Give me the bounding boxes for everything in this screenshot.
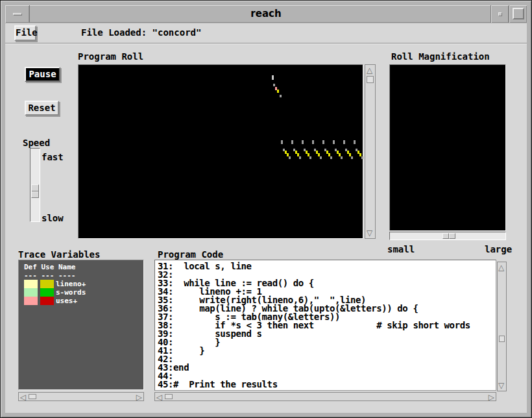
scroll-up-icon[interactable]: △: [367, 66, 372, 74]
scrollbar-thumb[interactable]: [165, 394, 173, 399]
speed-slider-thumb[interactable]: [31, 184, 39, 198]
roll-trace-mark: [273, 84, 275, 86]
minimize-icon: [498, 12, 502, 16]
scroll-left-icon[interactable]: ◁: [20, 393, 26, 401]
roll-trace-mark: [309, 156, 311, 159]
scroll-right-icon[interactable]: ▷: [136, 393, 142, 401]
roll-trace-mark: [341, 156, 343, 159]
magnification-slider[interactable]: [389, 232, 506, 240]
speed-slider[interactable]: [30, 148, 40, 222]
roll-trace-mark: [312, 140, 314, 144]
trace-variable-row[interactable]: s-words: [19, 288, 143, 297]
trace-columns-header: Def Use Name: [24, 263, 75, 271]
roll-trace-mark: [361, 156, 363, 159]
roll-trace-mark: [343, 140, 345, 144]
program-roll-canvas: [78, 64, 363, 239]
use-color-swatch: [40, 288, 54, 297]
roll-trace-mark: [281, 140, 283, 144]
roll-trace-mark: [280, 95, 282, 97]
roll-magnification-title: Roll Magnification: [391, 53, 490, 61]
program-code-area[interactable]: 31: local s, line 32: 33: while line := …: [154, 260, 496, 391]
roll-trace-mark: [320, 156, 322, 159]
reset-button[interactable]: Reset: [25, 101, 59, 116]
code-vertical-scrollbar[interactable]: △ ▽: [497, 262, 507, 391]
scrollbar-thumb[interactable]: [499, 336, 505, 342]
roll-trace-mark: [351, 156, 353, 159]
file-menu-button[interactable]: File: [14, 25, 36, 41]
trace-variable-row[interactable]: lineno+: [19, 280, 143, 288]
magnification-slider-thumb-right[interactable]: [449, 233, 455, 239]
def-color-swatch: [24, 288, 38, 297]
trace-variable-name: lineno+: [56, 280, 86, 288]
roll-trace-mark: [289, 156, 291, 159]
scroll-right-icon[interactable]: ▷: [489, 393, 494, 401]
roll-trace-mark: [354, 140, 356, 144]
program-code-title: Program Code: [158, 251, 223, 259]
trace-variables-panel: Def Use Name --- --- ---- lineno+s-words…: [18, 260, 144, 390]
scroll-down-icon[interactable]: ▽: [498, 382, 504, 389]
trace-variable-name: uses+: [56, 297, 77, 305]
trace-columns-underline: --- --- ----: [24, 271, 75, 280]
trace-variables-title: Trace Variables: [18, 251, 100, 259]
magnification-slider-thumb-left[interactable]: [442, 233, 449, 239]
magnification-large-label: large: [485, 245, 512, 254]
maximize-button[interactable]: [509, 5, 527, 23]
roll-trace-mark: [330, 156, 332, 159]
program-roll-vertical-scrollbar[interactable]: △ ▽: [365, 64, 376, 239]
speed-slow-label: slow: [42, 214, 64, 223]
magnification-small-label: small: [387, 245, 415, 254]
program-roll-title: Program Roll: [78, 53, 143, 61]
maximize-icon: [513, 8, 524, 19]
trace-horizontal-scrollbar[interactable]: ◁ ▷: [18, 392, 144, 401]
roll-magnification-canvas: [389, 64, 506, 231]
scrollbar-thumb[interactable]: [29, 394, 36, 399]
code-horizontal-scrollbar[interactable]: ◁ ▷: [154, 392, 496, 401]
trace-variable-row[interactable]: uses+: [19, 297, 143, 305]
speed-slider-thumb-groove: [32, 191, 38, 192]
roll-trace-mark: [272, 75, 274, 80]
scroll-down-icon[interactable]: ▽: [367, 229, 372, 237]
minimize-button[interactable]: [490, 5, 509, 23]
trace-variable-name: s-words: [56, 288, 86, 297]
window-title: reach: [5, 8, 527, 20]
scroll-left-icon[interactable]: ◁: [156, 393, 162, 401]
program-code-text: 31: local s, line 32: 33: while line := …: [155, 260, 496, 389]
scrollbar-thumb[interactable]: [367, 76, 374, 83]
pause-button[interactable]: Pause: [25, 67, 60, 82]
def-color-swatch: [24, 280, 38, 288]
roll-trace-mark: [291, 140, 293, 144]
file-loaded-status: File Loaded: "concord": [81, 29, 201, 37]
def-color-swatch: [24, 297, 38, 305]
roll-trace-mark: [333, 140, 335, 144]
use-color-swatch: [40, 297, 54, 305]
roll-trace-mark: [322, 140, 324, 144]
menubar-separator: [5, 43, 527, 44]
roll-trace-mark: [302, 140, 304, 144]
speed-label: Speed: [23, 139, 50, 147]
use-color-swatch: [40, 280, 54, 288]
roll-trace-mark: [277, 90, 279, 93]
roll-trace-mark: [299, 156, 301, 159]
scroll-up-icon[interactable]: △: [498, 264, 504, 271]
speed-fast-label: fast: [42, 153, 64, 162]
titlebar: reach: [5, 5, 527, 23]
